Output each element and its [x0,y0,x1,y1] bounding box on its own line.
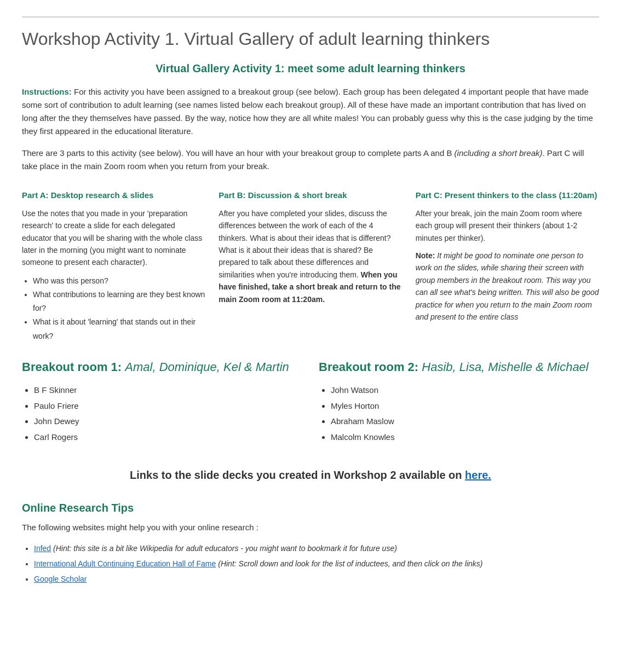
list-item: Who was this person? [33,274,205,288]
part-c-title: Part C: Present thinkers to the class (1… [416,189,599,202]
list-item: Abraham Maslow [331,414,599,430]
slide-decks-link[interactable]: here. [465,469,491,481]
breakout-room-1-label-italic: Amal, Dominique, Kel & Martin [125,360,289,374]
paragraph2: There are 3 parts to this activity (see … [22,147,599,173]
list-item: John Watson [331,383,599,398]
breakout-grid: Breakout room 1: Amal, Dominique, Kel & … [22,360,599,445]
breakout-room-1-heading: Breakout room 1: Amal, Dominique, Kel & … [22,360,302,375]
list-item: What is it about 'learning' that stands … [33,315,205,343]
infed-link[interactable]: Infed [34,544,51,553]
part-a-body: Use the notes that you made in your 'pre… [22,207,205,269]
research-links-list: Infed (Hint: this site is a bit like Wik… [22,541,599,587]
list-item: Google Scholar [34,571,599,587]
part-a-bullets: Who was this person? What contributions … [22,274,205,343]
list-item: Carl Rogers [34,430,302,445]
part-c-note: Note: It might be good to nominate one p… [416,250,599,323]
instructions-text: For this activity you have been assigned… [22,87,593,136]
infed-hint: (Hint: this site is a bit like Wikipedia… [53,544,397,553]
list-item: What contributions to learning are they … [33,288,205,315]
breakout-room-2-label-bold: Breakout room 2: [319,360,418,374]
slide-decks-text: Links to the slide decks you created in … [130,469,465,481]
breakout-room-2-label-italic: Hasib, Lisa, Mishelle & Michael [422,360,588,374]
part-b-title: Part B: Discussion & short break [219,189,402,202]
list-item: Myles Horton [331,398,599,414]
breakout-room-1: Breakout room 1: Amal, Dominique, Kel & … [22,360,302,445]
breakout-room-1-thinkers: B F Skinner Paulo Friere John Dewey Carl… [22,383,302,445]
part-c-column: Part C: Present thinkers to the class (1… [416,189,599,343]
slide-decks-section: Links to the slide decks you created in … [22,467,599,483]
online-research-title: Online Research Tips [22,500,599,516]
part-b-bold: When you have finished, take a short bre… [219,270,400,304]
part-a-title: Part A: Desktop research & slides [22,189,205,202]
breakout-room-2: Breakout room 2: Hasib, Lisa, Mishelle &… [319,360,599,445]
list-item: International Adult Continuing Education… [34,556,599,571]
iacehof-hint: (Hint: Scroll down and look for the list… [218,559,482,568]
breakout-room-2-heading: Breakout room 2: Hasib, Lisa, Mishelle &… [319,360,599,375]
list-item: Paulo Friere [34,398,302,414]
iacehof-link[interactable]: International Adult Continuing Education… [34,559,216,568]
part-a-column: Part A: Desktop research & slides Use th… [22,189,205,343]
part-c-note-label: Note: [416,251,435,260]
list-item: Infed (Hint: this site is a bit like Wik… [34,541,599,556]
list-item: John Dewey [34,414,302,430]
page-title: Workshop Activity 1. Virtual Gallery of … [22,28,599,49]
part-c-body: After your break, join the main Zoom roo… [416,207,599,244]
research-intro: The following websites might help you wi… [22,522,599,534]
research-links: Infed (Hint: this site is a bit like Wik… [22,541,599,587]
three-col-parts: Part A: Desktop research & slides Use th… [22,189,599,343]
online-research-section: Online Research Tips The following websi… [22,500,599,587]
paragraph2-text: There are 3 parts to this activity (see … [22,148,584,171]
part-b-body: After you have completed your slides, di… [219,207,402,305]
google-scholar-link[interactable]: Google Scholar [34,575,87,583]
list-item: B F Skinner [34,383,302,398]
breakout-room-1-label-bold: Breakout room 1: [22,360,122,374]
list-item: Malcolm Knowles [331,430,599,445]
part-c-note-text: It might be good to nominate one person … [416,251,599,321]
top-divider [22,16,599,18]
instructions-block: Instructions: For this activity you have… [22,85,599,138]
part-b-column: Part B: Discussion & short break After y… [219,189,402,343]
instructions-label: Instructions: [22,87,72,96]
breakout-room-2-thinkers: John Watson Myles Horton Abraham Maslow … [319,383,599,445]
section-heading: Virtual Gallery Activity 1: meet some ad… [22,60,599,77]
